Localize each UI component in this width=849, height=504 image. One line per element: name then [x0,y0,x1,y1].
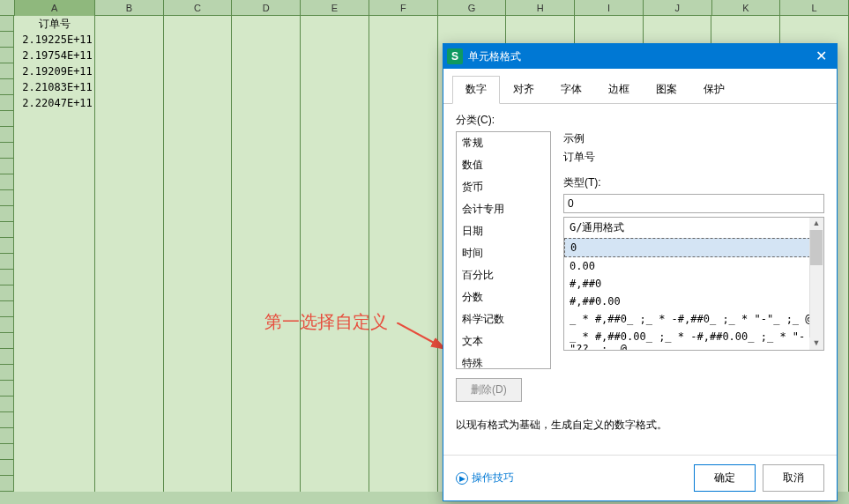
cell[interactable] [232,143,301,159]
corner-cell[interactable] [0,0,15,15]
cell[interactable] [301,238,369,254]
cell[interactable] [301,381,369,397]
category-item[interactable]: 分数 [457,286,550,308]
tab-pattern[interactable]: 图案 [643,76,690,103]
cell[interactable] [164,317,233,333]
tab-font[interactable]: 字体 [547,76,595,103]
cell[interactable] [95,95,164,111]
cell[interactable] [14,111,94,127]
col-header-K[interactable]: K [712,0,781,16]
cell[interactable] [164,238,233,254]
row-header[interactable] [0,301,14,316]
cell[interactable] [14,301,94,317]
cell[interactable] [232,63,301,79]
cell[interactable] [164,285,233,301]
category-item[interactable]: 货币 [457,176,550,198]
cell[interactable]: 2.19225E+11 [14,32,94,48]
cell[interactable] [14,254,94,270]
cell[interactable]: 2.19754E+11 [14,48,94,63]
cell[interactable] [95,79,164,95]
cell[interactable] [164,16,233,32]
row-header[interactable] [0,412,14,427]
cell[interactable] [95,270,164,285]
cell[interactable] [164,333,233,349]
cell[interactable] [301,127,369,143]
cell[interactable] [232,428,301,444]
cell[interactable] [14,397,94,412]
cell[interactable] [232,16,301,32]
cell[interactable] [369,476,438,492]
cell[interactable] [164,381,233,397]
cell[interactable] [95,285,164,301]
cell[interactable] [14,127,94,143]
cell[interactable] [438,16,507,32]
row-header[interactable] [0,111,14,126]
cell[interactable] [369,174,438,190]
cell[interactable] [301,254,369,270]
cell[interactable] [369,428,438,444]
close-icon[interactable]: ✕ [808,44,833,69]
cell[interactable] [369,285,438,301]
cell[interactable] [95,174,164,190]
cell[interactable] [14,476,94,492]
cell[interactable] [95,111,164,127]
col-header-E[interactable]: E [301,0,369,16]
cell[interactable] [369,238,438,254]
cell[interactable] [301,32,369,48]
cell[interactable] [164,190,233,206]
cell[interactable] [232,127,301,143]
cell[interactable] [14,190,94,206]
cell[interactable] [369,270,438,285]
cancel-button[interactable]: 取消 [763,464,824,492]
category-item[interactable]: 会计专用 [457,198,550,220]
format-item[interactable]: #,##0.00 [564,293,823,310]
cell[interactable] [301,460,369,476]
category-list[interactable]: 常规数值货币会计专用日期时间百分比分数科学记数文本特殊自定义 [456,131,551,369]
cell[interactable] [232,238,301,254]
row-header[interactable] [0,349,14,364]
row-header[interactable] [0,143,14,158]
cell[interactable] [164,476,233,492]
cell[interactable] [232,159,301,174]
cell[interactable] [301,111,369,127]
cell[interactable] [232,333,301,349]
row-header[interactable] [0,174,14,189]
scrollbar[interactable]: ▲ ▼ [809,218,823,350]
category-item[interactable]: 科学记数 [457,308,550,330]
cell[interactable]: 订单号 [14,16,94,32]
cell[interactable] [95,238,164,254]
cell[interactable] [369,254,438,270]
row-header[interactable] [0,365,14,380]
cell[interactable] [95,16,164,32]
cell[interactable] [14,381,94,397]
cell[interactable] [301,476,369,492]
cell[interactable] [14,412,94,428]
cell[interactable] [301,444,369,460]
cell[interactable] [164,143,233,159]
row-header[interactable] [0,381,14,396]
cell[interactable] [14,460,94,476]
row-header[interactable] [0,333,14,348]
cell[interactable] [301,174,369,190]
cell[interactable] [369,222,438,238]
ok-button[interactable]: 确定 [694,464,756,492]
cell[interactable] [14,143,94,159]
cell[interactable] [95,412,164,428]
cell[interactable] [301,159,369,174]
cell[interactable]: 2.22047E+11 [14,95,94,111]
cell[interactable] [164,428,233,444]
row-header[interactable] [0,285,14,300]
category-item[interactable]: 数值 [457,154,550,176]
row-header[interactable] [0,16,14,31]
cell[interactable] [14,238,94,254]
cell[interactable] [301,79,369,95]
cell[interactable] [164,222,233,238]
cell[interactable] [14,444,94,460]
scroll-down-icon[interactable]: ▼ [809,337,823,350]
format-item[interactable]: _ * #,##0_ ;_ * -#,##0_ ;_ * "-"_ ;_ @_ [564,310,823,328]
cell[interactable] [369,397,438,412]
cell[interactable] [711,16,780,32]
cell[interactable] [164,95,233,111]
cell[interactable] [232,32,301,48]
row-header[interactable] [0,428,14,443]
